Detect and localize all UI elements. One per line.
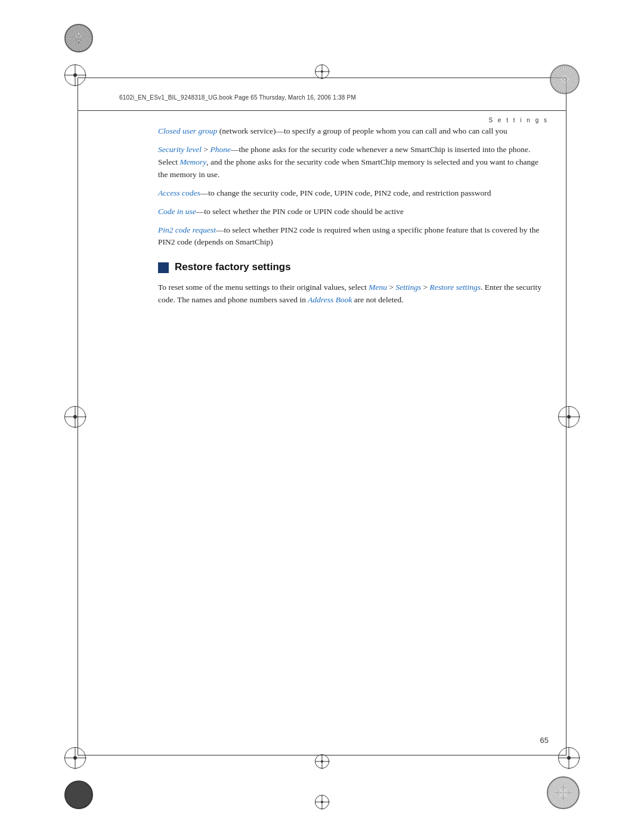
link-settings: Settings (395, 283, 421, 292)
para6-sep1: > (387, 283, 395, 292)
heading-text-restore: Restore factory settings (175, 259, 291, 275)
reg-mark-bottom-left-2 (64, 781, 93, 809)
link-closed-user-group: Closed user group (158, 126, 217, 135)
para1-text: (network service)—to specify a group of … (217, 126, 507, 135)
link-restore-settings: Restore settings (430, 283, 481, 292)
reg-mark-top-right (550, 64, 580, 94)
link-access-codes: Access codes (158, 188, 200, 197)
reg-mark-bottom-right-2 (547, 776, 580, 809)
link-phone: Phone (210, 145, 231, 154)
page-number: 65 (540, 736, 549, 745)
reg-mark-top-left (64, 64, 86, 86)
link-address-book: Address Book (308, 295, 352, 304)
para2-sep1: > (202, 145, 210, 154)
reg-mark-bottom-right (558, 747, 580, 769)
reg-mark-bottom-left (64, 747, 86, 769)
para4-text: —to select whether the PIN code or UPIN … (196, 207, 404, 216)
reg-mark-top-center (315, 64, 329, 79)
para6-sep2: > (421, 283, 429, 292)
link-code-in-use: Code in use (158, 207, 196, 216)
main-content: Closed user group (network service)—to s… (158, 125, 549, 312)
header-line (78, 110, 566, 111)
reg-mark-mid-right (558, 406, 580, 428)
file-info: 6102i_EN_ESv1_BIL_9248318_UG.book Page 6… (119, 94, 356, 101)
link-security-level: Security level (158, 145, 202, 154)
para-security-level: Security level > Phone—the phone asks fo… (158, 144, 549, 181)
para-code-in-use: Code in use—to select whether the PIN co… (158, 206, 549, 218)
reg-mark-bottom-center (315, 754, 329, 769)
section-label: S e t t i n g s (488, 117, 549, 123)
reg-mark-bottom-center-2 (315, 795, 329, 809)
link-memory: Memory (179, 157, 206, 166)
para-restore-body: To reset some of the menu settings to th… (158, 281, 549, 306)
link-menu: Menu (369, 283, 387, 292)
section-heading-restore: Restore factory settings (158, 259, 549, 275)
reg-mark-mid-left (64, 406, 86, 428)
heading-box-icon (158, 262, 169, 273)
para3-text: —to change the security code, PIN code, … (200, 188, 491, 197)
link-pin2-request: Pin2 code request (158, 225, 216, 234)
reg-mark-top-left-2 (64, 24, 93, 52)
para6-text1: To reset some of the menu settings to th… (158, 283, 369, 292)
para-access-codes: Access codes—to change the security code… (158, 187, 549, 200)
para6-text3: are not deleted. (352, 295, 403, 304)
para2-text2: , and the phone asks for the security co… (158, 157, 538, 179)
para-closed-user-group: Closed user group (network service)—to s… (158, 125, 549, 138)
para-pin2-request: Pin2 code request—to select whether PIN2… (158, 224, 549, 249)
